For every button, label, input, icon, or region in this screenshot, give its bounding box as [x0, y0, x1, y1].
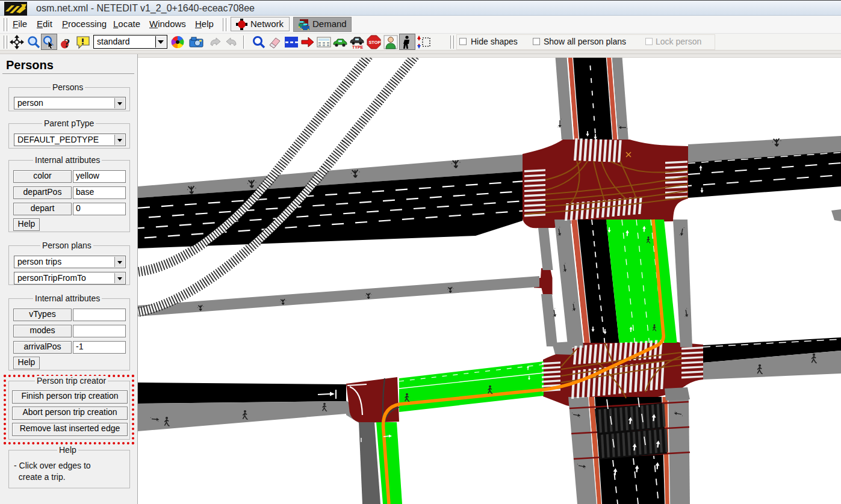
- svg-text:TYPE: TYPE: [352, 45, 364, 49]
- svg-text:STOP: STOP: [368, 40, 380, 45]
- svg-text:?: ?: [64, 36, 70, 49]
